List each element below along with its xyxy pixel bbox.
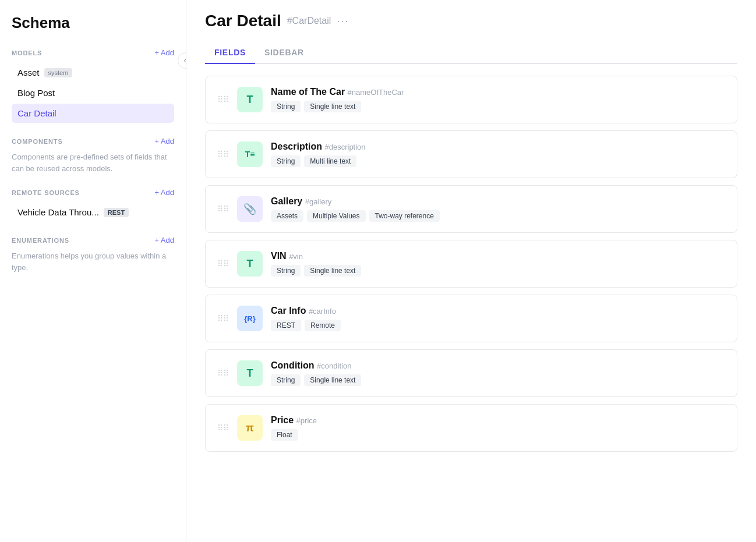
models-list: Asset system Blog Post Car Detail bbox=[12, 63, 174, 123]
tag-multiple-values: Multiple Values bbox=[307, 210, 365, 222]
drag-handle-car-info[interactable]: ⠿⠿ bbox=[217, 314, 229, 323]
enumerations-section-header: ENUMERATIONS + Add bbox=[12, 236, 174, 245]
field-card-condition: ⠿⠿ T Condition #condition String Single … bbox=[205, 349, 737, 397]
models-section-header: MODELS + Add bbox=[12, 48, 174, 57]
drag-handle-condition[interactable]: ⠿⠿ bbox=[217, 369, 229, 378]
drag-handle-gallery[interactable]: ⠿⠿ bbox=[217, 204, 229, 214]
page-title: Car Detail bbox=[205, 12, 281, 30]
field-info-description: Description #description String Multi li… bbox=[271, 141, 725, 167]
components-description: Components are pre-defined sets of field… bbox=[12, 151, 174, 174]
tab-sidebar[interactable]: SIDEBAR bbox=[255, 42, 313, 64]
asset-badge: system bbox=[44, 68, 73, 77]
collapse-sidebar-button[interactable]: « bbox=[178, 52, 186, 69]
asset-label: Asset bbox=[17, 68, 40, 77]
tag-multi-line-text: Multi line text bbox=[304, 155, 356, 167]
field-name-label: Car Info #carInfo bbox=[271, 306, 725, 316]
sidebar: Schema MODELS + Add Asset system Blog Po… bbox=[0, 0, 186, 542]
field-info-gallery: Gallery #gallery Assets Multiple Values … bbox=[271, 196, 725, 222]
field-icon-name-of-the-car: T bbox=[237, 87, 263, 112]
page-id: #CarDetail bbox=[287, 16, 331, 26]
tag-string: String bbox=[271, 374, 301, 386]
field-icon-price: π bbox=[237, 415, 263, 441]
field-card-gallery: ⠿⠿ 📎 Gallery #gallery Assets Multiple Va… bbox=[205, 185, 737, 233]
field-info-name-of-the-car: Name of The Car #nameOfTheCar String Sin… bbox=[271, 87, 725, 112]
blog-post-label: Blog Post bbox=[17, 88, 55, 98]
sidebar-item-blog-post[interactable]: Blog Post bbox=[12, 83, 174, 102]
field-tags-condition: String Single line text bbox=[271, 374, 725, 386]
field-card-vin: ⠿⠿ T VIN #vin String Single line text bbox=[205, 240, 737, 288]
drag-handle-name-of-the-car[interactable]: ⠿⠿ bbox=[217, 95, 229, 104]
tag-remote: Remote bbox=[305, 320, 341, 331]
remote-source-badge: REST bbox=[104, 208, 129, 217]
sidebar-item-car-detail[interactable]: Car Detail bbox=[12, 104, 174, 123]
field-icon-description: T≡ bbox=[237, 141, 263, 167]
tag-single-line-text: Single line text bbox=[304, 265, 361, 277]
field-tags-vin: String Single line text bbox=[271, 265, 725, 277]
components-label: COMPONENTS bbox=[12, 138, 63, 145]
field-card-name-of-the-car: ⠿⠿ T Name of The Car #nameOfTheCar Strin… bbox=[205, 76, 737, 123]
field-info-vin: VIN #vin String Single line text bbox=[271, 251, 725, 277]
car-detail-label: Car Detail bbox=[17, 108, 56, 118]
field-id-vin: #vin bbox=[289, 252, 303, 261]
tag-string: String bbox=[271, 101, 301, 112]
field-tags-price: Float bbox=[271, 429, 725, 441]
components-section-header: COMPONENTS + Add bbox=[12, 137, 174, 146]
models-label: MODELS bbox=[12, 49, 42, 56]
field-tags-gallery: Assets Multiple Values Two-way reference bbox=[271, 210, 725, 222]
field-name-label: Name of The Car #nameOfTheCar bbox=[271, 87, 725, 97]
field-card-price: ⠿⠿ π Price #price Float bbox=[205, 404, 737, 452]
tag-single-line-text: Single line text bbox=[304, 101, 361, 112]
field-info-price: Price #price Float bbox=[271, 415, 725, 441]
field-tags-description: String Multi line text bbox=[271, 155, 725, 167]
field-info-condition: Condition #condition String Single line … bbox=[271, 360, 725, 386]
field-name-label: Price #price bbox=[271, 415, 725, 426]
field-tags-name-of-the-car: String Single line text bbox=[271, 101, 725, 112]
field-name-label: VIN #vin bbox=[271, 251, 725, 261]
sidebar-title: Schema bbox=[12, 14, 174, 32]
remote-sources-add-button[interactable]: + Add bbox=[154, 188, 174, 197]
enumerations-add-button[interactable]: + Add bbox=[154, 236, 174, 245]
tag-string: String bbox=[271, 265, 301, 277]
field-id-car-info: #carInfo bbox=[309, 307, 336, 316]
fields-list: ⠿⠿ T Name of The Car #nameOfTheCar Strin… bbox=[205, 76, 737, 452]
field-info-car-info: Car Info #carInfo REST Remote bbox=[271, 306, 725, 331]
components-add-button[interactable]: + Add bbox=[154, 137, 174, 146]
drag-handle-description[interactable]: ⠿⠿ bbox=[217, 150, 229, 159]
field-id-price: #price bbox=[296, 416, 317, 425]
field-id-name-of-the-car: #nameOfTheCar bbox=[348, 88, 404, 97]
page-header: Car Detail #CarDetail ··· bbox=[205, 12, 737, 30]
tag-two-way-reference: Two-way reference bbox=[369, 210, 440, 222]
tag-rest: REST bbox=[271, 320, 301, 331]
remote-sources-label: REMOTE SOURCES bbox=[12, 189, 80, 196]
more-options-button[interactable]: ··· bbox=[337, 15, 349, 27]
tag-single-line-text: Single line text bbox=[304, 374, 361, 386]
main-content: Car Detail #CarDetail ··· FIELDS SIDEBAR… bbox=[186, 0, 756, 542]
field-card-description: ⠿⠿ T≡ Description #description String Mu… bbox=[205, 130, 737, 178]
field-name-label: Gallery #gallery bbox=[271, 196, 725, 207]
field-id-gallery: #gallery bbox=[305, 197, 332, 206]
enumerations-label: ENUMERATIONS bbox=[12, 237, 69, 244]
tag-assets: Assets bbox=[271, 210, 303, 222]
field-id-condition: #condition bbox=[317, 362, 351, 370]
field-name-label: Condition #condition bbox=[271, 360, 725, 371]
enumerations-description: Enumerations helps you group values with… bbox=[12, 250, 174, 273]
field-name-label: Description #description bbox=[271, 141, 725, 152]
models-add-button[interactable]: + Add bbox=[154, 48, 174, 57]
drag-handle-vin[interactable]: ⠿⠿ bbox=[217, 259, 229, 268]
field-id-description: #description bbox=[324, 143, 365, 151]
sidebar-item-asset[interactable]: Asset system bbox=[12, 63, 174, 82]
remote-sources-section-header: REMOTE SOURCES + Add bbox=[12, 188, 174, 197]
tag-string: String bbox=[271, 155, 301, 167]
field-icon-gallery: 📎 bbox=[237, 196, 263, 222]
drag-handle-price[interactable]: ⠿⠿ bbox=[217, 423, 229, 433]
field-icon-car-info: {R} bbox=[237, 306, 263, 331]
remote-source-name: Vehicle Data Throu... bbox=[17, 207, 99, 217]
tag-float: Float bbox=[271, 429, 298, 441]
remote-source-vehicle[interactable]: Vehicle Data Throu... REST bbox=[12, 203, 174, 222]
field-icon-vin: T bbox=[237, 251, 263, 277]
field-card-car-info: ⠿⠿ {R} Car Info #carInfo REST Remote bbox=[205, 295, 737, 342]
field-tags-car-info: REST Remote bbox=[271, 320, 725, 331]
tabs-bar: FIELDS SIDEBAR bbox=[205, 42, 737, 64]
field-icon-condition: T bbox=[237, 360, 263, 386]
tab-fields[interactable]: FIELDS bbox=[205, 42, 255, 64]
